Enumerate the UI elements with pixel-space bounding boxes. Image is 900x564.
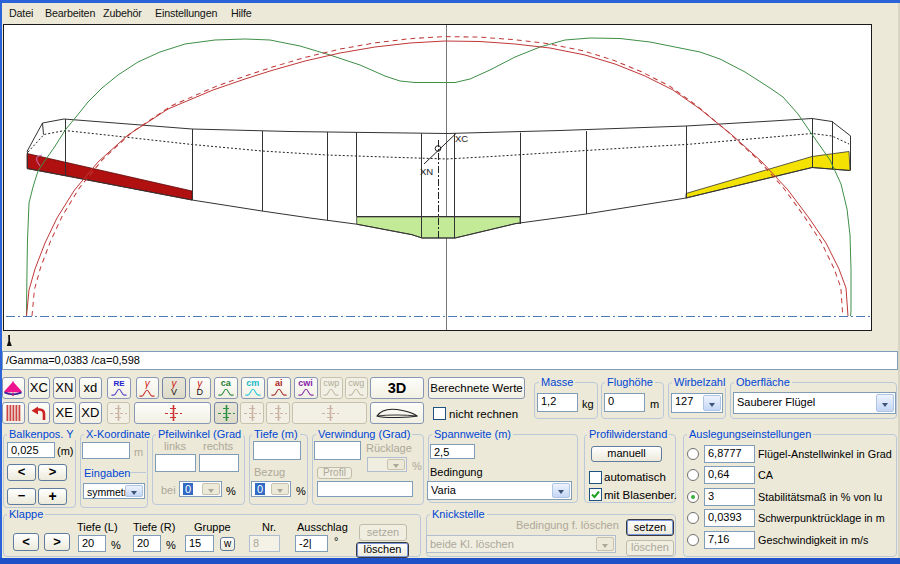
svg-text:XC: XC: [455, 133, 468, 144]
svg-text:XN: XN: [420, 166, 433, 177]
